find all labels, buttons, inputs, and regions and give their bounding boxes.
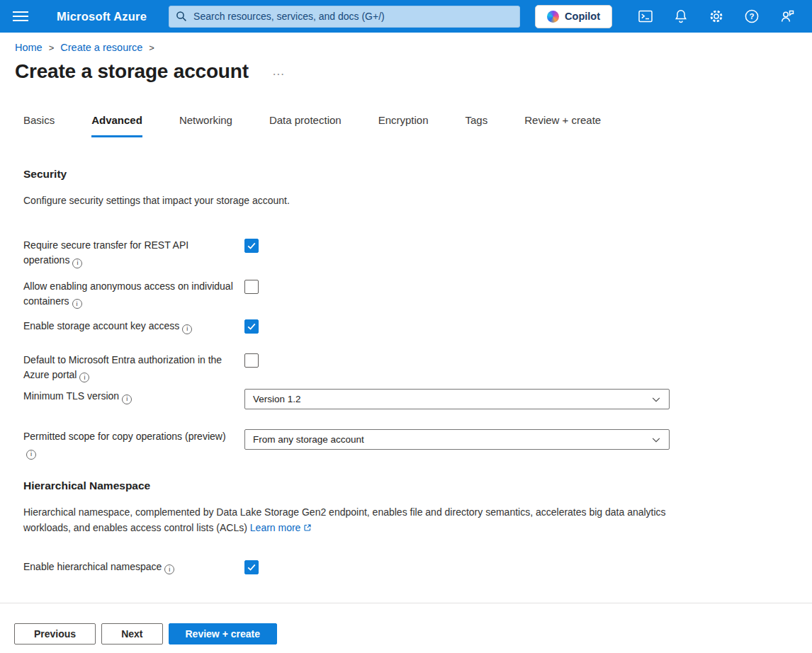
tls-version-select[interactable]: Version 1.2 — [244, 389, 670, 409]
feedback-icon — [779, 8, 796, 25]
more-options-button[interactable]: ... — [270, 64, 288, 79]
anonymous-access-checkbox[interactable] — [244, 280, 259, 294]
notifications-button[interactable] — [663, 0, 699, 33]
previous-button[interactable]: Previous — [14, 623, 96, 645]
tab-basics[interactable]: Basics — [23, 114, 55, 137]
info-icon[interactable] — [72, 299, 82, 309]
form-row-tls-version: Minimum TLS version Version 1.2 — [23, 389, 795, 409]
page-title: Create a storage account — [15, 60, 249, 83]
info-icon[interactable] — [164, 564, 174, 574]
tab-data-protection[interactable]: Data protection — [269, 114, 342, 137]
chevron-down-icon — [651, 435, 661, 445]
breadcrumb-create-resource-link[interactable]: Create a resource — [60, 42, 142, 53]
info-icon[interactable] — [79, 373, 89, 382]
external-link-icon — [303, 523, 312, 532]
copilot-label: Copilot — [565, 11, 600, 22]
copilot-button[interactable]: Copilot — [535, 5, 612, 28]
hierarchical-namespace-checkbox[interactable] — [244, 560, 259, 574]
tls-version-value: Version 1.2 — [253, 394, 301, 404]
form-row-anonymous-access: Allow enabling anonymous access on indiv… — [23, 279, 795, 310]
tab-networking[interactable]: Networking — [179, 114, 232, 137]
help-button[interactable]: ? — [734, 0, 769, 33]
info-icon[interactable] — [72, 259, 82, 268]
top-bar-icons: ? — [628, 0, 805, 33]
breadcrumb: Home > Create a resource > — [15, 42, 795, 53]
help-icon: ? — [743, 8, 760, 25]
notifications-bell-icon — [672, 8, 689, 25]
chevron-down-icon — [651, 394, 661, 404]
breadcrumb-separator: > — [49, 42, 55, 53]
security-section-heading: Security — [23, 168, 795, 181]
search-input[interactable] — [169, 6, 520, 28]
learn-more-link[interactable]: Learn more — [250, 522, 301, 533]
settings-gear-icon — [708, 8, 725, 25]
tab-review-create[interactable]: Review + create — [524, 114, 601, 137]
entra-authorization-checkbox[interactable] — [244, 353, 259, 368]
wizard-tabs: Basics Advanced Networking Data protecti… — [23, 114, 795, 138]
field-label: Enable storage account key access — [23, 319, 244, 334]
form-row-secure-transfer: Require secure transfer for REST API ope… — [23, 238, 795, 268]
form-row-key-access: Enable storage account key access — [23, 319, 795, 334]
info-icon[interactable] — [26, 450, 36, 460]
field-label: Default to Microsoft Entra authorization… — [23, 353, 244, 383]
next-button[interactable]: Next — [101, 623, 162, 645]
search-icon — [176, 11, 187, 22]
cloud-shell-button[interactable] — [628, 0, 663, 33]
hierarchical-namespace-heading: Hierarchical Namespace — [23, 479, 795, 492]
feedback-button[interactable] — [769, 0, 805, 33]
info-icon[interactable] — [122, 394, 132, 404]
field-label: Permitted scope for copy operations (pre… — [23, 429, 244, 460]
settings-button[interactable] — [699, 0, 734, 33]
form-row-copy-scope: Permitted scope for copy operations (pre… — [23, 429, 795, 460]
field-label: Allow enabling anonymous access on indiv… — [23, 279, 244, 310]
cloud-shell-icon — [637, 8, 654, 25]
copy-scope-select[interactable]: From any storage account — [244, 429, 670, 450]
secure-transfer-checkbox[interactable] — [244, 239, 259, 253]
tab-tags[interactable]: Tags — [466, 114, 488, 137]
breadcrumb-home-link[interactable]: Home — [15, 42, 43, 53]
copilot-logo — [547, 11, 559, 23]
hamburger-icon — [13, 11, 28, 22]
svg-text:?: ? — [749, 12, 754, 21]
top-bar: Microsoft Azure Copilot ? — [0, 0, 812, 33]
field-label: Enable hierarchical namespace — [23, 560, 244, 575]
info-icon[interactable] — [182, 324, 192, 334]
hamburger-menu-button[interactable] — [0, 11, 41, 22]
security-section-description: Configure security settings that impact … — [23, 193, 697, 208]
tab-advanced[interactable]: Advanced — [91, 114, 142, 137]
brand-title[interactable]: Microsoft Azure — [57, 10, 147, 23]
form-row-hierarchical-namespace: Enable hierarchical namespace — [23, 560, 795, 575]
field-label: Minimum TLS version — [23, 389, 244, 404]
breadcrumb-separator: > — [149, 42, 154, 53]
tab-encryption[interactable]: Encryption — [378, 114, 429, 137]
form-row-entra-authorization: Default to Microsoft Entra authorization… — [23, 353, 795, 383]
field-label: Require secure transfer for REST API ope… — [23, 238, 244, 268]
wizard-footer: Previous Next Review + create — [0, 603, 812, 645]
review-create-button[interactable]: Review + create — [169, 623, 277, 645]
global-search — [169, 6, 520, 28]
key-access-checkbox[interactable] — [244, 319, 259, 334]
copy-scope-value: From any storage account — [253, 434, 364, 445]
hierarchical-namespace-description: Hierarchical namespace, complemented by … — [23, 504, 697, 535]
